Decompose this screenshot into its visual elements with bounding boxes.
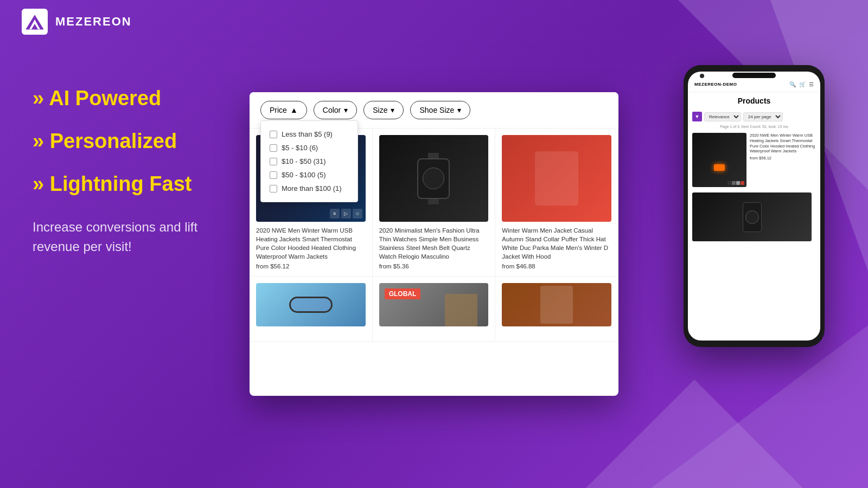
feature-personalized-label: » Personalized	[33, 130, 177, 153]
feature-personalized: » Personalized	[33, 130, 197, 153]
feature-ai-powered: » AI Powered	[33, 87, 197, 110]
logo-icon	[22, 9, 48, 35]
phone-action-icons: 🔍 🛒 ☰	[789, 81, 814, 87]
product-price-3: from $46.88	[502, 263, 611, 269]
product-title-3: Winter Warm Men Jacket Casual Autumn Sta…	[502, 226, 611, 261]
swatch-red	[741, 181, 744, 185]
product-image-6	[502, 283, 611, 326]
phone-search-icon[interactable]: 🔍	[789, 81, 796, 87]
tagline: Increase conversions and liftrevenue per…	[33, 217, 197, 256]
price-checkbox-1	[270, 131, 277, 138]
jacket-red-img	[502, 135, 611, 222]
product-tag-3: ☆	[353, 209, 362, 219]
phone-color-swatches	[727, 181, 744, 185]
phone-product-img-1	[692, 133, 746, 187]
phone-frame: MEZEREON-DEMO 🔍 🛒 ☰ Products ▼ Relevance…	[684, 65, 825, 347]
phone-watch-img	[692, 192, 812, 241]
watch-face	[417, 158, 450, 199]
product-image-2	[379, 135, 489, 222]
phone-menu-icon[interactable]: ☰	[809, 81, 814, 87]
product-image-5: GLOBAL	[379, 283, 489, 326]
jacket-shape	[540, 286, 573, 324]
price-checkbox-3	[270, 158, 277, 165]
color-filter-btn[interactable]: Color ▾	[314, 101, 357, 119]
phone-filter-icon[interactable]: ▼	[692, 112, 702, 121]
phone-cart-icon[interactable]: 🛒	[799, 81, 806, 87]
phone-screen: MEZEREON-DEMO 🔍 🛒 ☰ Products ▼ Relevance…	[688, 72, 820, 341]
phone-perpage-select[interactable]: 24 per page	[743, 112, 783, 121]
geo-decoration-4	[651, 325, 868, 488]
phone-watch-shape	[743, 202, 762, 232]
swatch-dark	[727, 181, 731, 185]
phone-header: MEZEREON-DEMO 🔍 🛒 ☰	[688, 77, 820, 92]
price-dropdown: Less than $5 (9) $5 - $10 (6) $10 - $50 …	[260, 120, 358, 202]
price-checkbox-5	[270, 185, 277, 192]
jacket-red-shape	[535, 151, 578, 206]
phone-jacket-img	[692, 133, 746, 187]
feature-ai-label: » AI Powered	[33, 87, 161, 110]
swatch-light	[736, 181, 740, 185]
size-chevron-icon: ▾	[391, 106, 394, 114]
shoe-size-filter-btn[interactable]: Shoe Size ▾	[410, 101, 470, 119]
product-title-2: 2020 Minimalist Men's Fashion Ultra Thin…	[379, 226, 489, 261]
phone-watch-dial	[745, 210, 759, 224]
product-price-1: from $56.12	[256, 263, 366, 269]
size-filter-btn[interactable]: Size ▾	[363, 101, 404, 119]
product-card-2: 2020 Minimalist Men's Fashion Ultra Thin…	[373, 129, 496, 277]
product-tag-1: ≡	[330, 209, 340, 219]
price-checkbox-4	[270, 171, 277, 179]
watch-lug-top	[428, 153, 439, 158]
price-option-1[interactable]: Less than $5 (9)	[270, 127, 349, 141]
product-card-5: GLOBAL	[373, 277, 496, 342]
phone-meta: Page 1 of 3, Item Count: 52, took: 15 ms	[688, 124, 820, 130]
phone-filter-bar: ▼ Relevance 24 per page	[688, 110, 820, 124]
product-price-2: from $5.36	[379, 263, 489, 269]
price-option-4[interactable]: $50 - $100 (5)	[270, 168, 349, 182]
watch-img	[379, 135, 489, 222]
price-filter-btn[interactable]: Price ▲	[260, 101, 307, 119]
global-img: GLOBAL	[379, 283, 489, 326]
sunglasses-img	[256, 283, 366, 326]
price-option-label-5: More than $100 (1)	[282, 184, 342, 192]
product-image-3	[502, 135, 611, 222]
phone-product-row-2	[692, 192, 812, 241]
price-option-2[interactable]: $5 - $10 (6)	[270, 141, 349, 155]
phone-product-title-1: 2020 NWE Men Winter Warm USB Heating Jac…	[750, 133, 816, 154]
phone-product-price-1: from $56.12	[750, 156, 816, 160]
price-option-label-1: Less than $5 (9)	[282, 130, 333, 138]
watch-lug-bottom	[428, 199, 439, 204]
person-shape	[445, 294, 477, 326]
phone-heated-indicator	[714, 164, 725, 171]
feature-lightning-label: » Lightning Fast	[33, 172, 192, 196]
phone-camera	[700, 74, 704, 78]
product-tag-2: ▷	[341, 209, 351, 219]
logo[interactable]: MEZEREON	[22, 9, 132, 35]
price-option-5[interactable]: More than $100 (1)	[270, 182, 349, 195]
sunglasses-shape	[289, 297, 333, 313]
price-option-3[interactable]: $10 - $50 (31)	[270, 155, 349, 168]
phone-product-row-1: 2020 NWE Men Winter Warm USB Heating Jac…	[688, 130, 820, 190]
phone-relevance-select[interactable]: Relevance	[704, 112, 741, 121]
phone-product-info-1: 2020 NWE Men Winter Warm USB Heating Jac…	[750, 133, 816, 187]
desktop-screenshot: Price ▲ Color ▾ Size ▾ Shoe Size ▾ Less …	[250, 92, 618, 396]
product-title-1: 2020 NWE Men Winter Warm USB Heating Jac…	[256, 226, 366, 261]
left-panel: » AI Powered » Personalized » Lightning …	[33, 87, 197, 256]
swatch-mid	[732, 181, 736, 185]
price-option-label-2: $5 - $10 (6)	[282, 144, 318, 152]
brand-name: MEZEREON	[55, 15, 132, 29]
price-option-label-3: $10 - $50 (31)	[282, 157, 326, 165]
watch-dial	[423, 168, 444, 189]
feature-lightning-fast: » Lightning Fast	[33, 172, 197, 196]
product-card-6	[495, 277, 618, 342]
phone-notch	[732, 73, 776, 78]
filter-bar: Price ▲ Color ▾ Size ▾ Shoe Size ▾ Less …	[250, 92, 618, 129]
price-chevron-icon: ▲	[290, 106, 298, 114]
product-image-4	[256, 283, 366, 326]
mobile-screenshot: MEZEREON-DEMO 🔍 🛒 ☰ Products ▼ Relevance…	[684, 65, 825, 347]
jacket-brown-img	[502, 283, 611, 326]
header: MEZEREON	[0, 0, 868, 43]
price-option-label-4: $50 - $100 (5)	[282, 171, 326, 179]
global-badge: GLOBAL	[385, 288, 421, 299]
color-chevron-icon: ▾	[344, 106, 348, 114]
phone-title: Products	[688, 92, 820, 110]
